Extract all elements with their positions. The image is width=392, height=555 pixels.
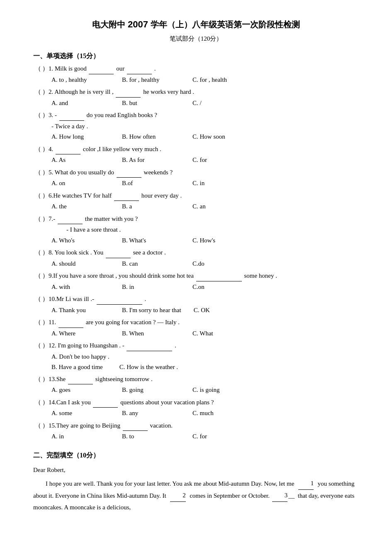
section1-title: 一、单项选择（15分）: [33, 50, 359, 61]
q15-paren: （: [33, 421, 42, 431]
section2-title: 二、完型填空（10分）: [33, 450, 359, 461]
question-13: （ ）13.She sightseeing tomorrow . A. goes…: [33, 374, 359, 396]
q14-options: A. some B. any C. much: [33, 408, 359, 419]
q10-optA: A. Thank you: [51, 305, 110, 316]
q6-optC: C. an: [192, 201, 251, 212]
cloze-blank1: 1: [298, 478, 314, 490]
question-6: （ ）6.He watches TV for half hour every d…: [33, 190, 359, 212]
q12-optBC: B. Have a good time C. How is the weathe…: [33, 362, 359, 373]
question-11: （ ）11. are you going for vacation ? — It…: [33, 317, 359, 339]
q2-options: A. and B. but C. /: [33, 98, 359, 109]
q5-blank1: [117, 167, 141, 178]
q10-line: （ ）10.Mr Li was ill .- .: [33, 293, 359, 305]
q7-optB: B. What's: [122, 235, 180, 246]
q3-optB: B. How often: [122, 132, 180, 142]
q11-blank1: [58, 317, 83, 328]
q13-optC: C. is going: [192, 385, 251, 396]
q6-blank1: [114, 190, 139, 201]
q9-optC: C.on: [192, 282, 251, 293]
question-2: （ ）2. Although he is very ill , he works…: [33, 86, 359, 108]
q15-optB: B. to: [122, 431, 180, 442]
q8-line: （ ）8. You look sick . You see a doctor .: [33, 247, 359, 258]
q7-options: A. Who's B. What's C. How's: [33, 235, 359, 246]
cloze-para1: I hope you are well. Thank you for your …: [33, 478, 359, 513]
q10-text: ）10.Mr Li was ill .- .: [42, 293, 359, 305]
q7-paren: （: [33, 214, 42, 225]
q5-line: （ ）5. What do you usually do weekends ?: [33, 167, 359, 178]
q3-sub: - Twice a day .: [33, 121, 359, 132]
question-1: （ ）1. Milk is good our . A. to , healthy…: [33, 63, 359, 85]
q9-paren: （: [33, 271, 42, 281]
q14-optB: B. any: [122, 408, 180, 419]
title-year: 2007: [128, 19, 148, 29]
q15-optC: C. for: [192, 431, 251, 442]
q12-text: ）12. I'm going to Huangshan . - .: [42, 340, 359, 351]
q8-blank1: [106, 247, 131, 258]
q14-blank1: [93, 397, 118, 408]
q2-optC: C. /: [192, 98, 251, 109]
q5-paren: （: [33, 167, 42, 178]
cloze-section: Dear Robert, I hope you are well. Thank …: [33, 465, 359, 513]
page-title: 电大附中 2007 学年（上）八年级英语第一次阶段性检测: [33, 17, 359, 32]
q4-line: （ ）4. color ,I like yellow very much .: [33, 144, 359, 155]
cloze-greeting: Dear Robert,: [33, 465, 359, 476]
q4-optA: A. As: [51, 155, 110, 166]
cloze-blank3: 3: [272, 490, 288, 502]
q3-line: （ ）3. - do you read English books ?: [33, 110, 359, 121]
q3-optA: A. How long: [51, 132, 110, 142]
q9-blank1: [196, 270, 242, 281]
q2-optB: B. but: [122, 98, 180, 109]
q3-optC: C. How soon: [192, 132, 251, 142]
q2-blank1: [116, 86, 141, 98]
q4-paren: （: [33, 144, 42, 155]
q13-optA: A. goes: [51, 385, 110, 396]
q4-optB: B. As for: [122, 155, 180, 166]
q2-paren: （: [33, 87, 42, 98]
q3-text: ）3. - do you read English books ?: [42, 110, 359, 121]
q1-blank2: [127, 63, 152, 74]
q15-blank1: [123, 420, 148, 431]
q12-optC: C. How is the weather .: [119, 362, 178, 373]
q7-sub: - I have a sore throat .: [33, 225, 359, 235]
question-5: （ ）5. What do you usually do weekends ? …: [33, 167, 359, 189]
q1-options: A. to , healthy B. for , healthy C. for …: [33, 75, 359, 86]
q11-paren: （: [33, 317, 42, 328]
q8-options: A. should B. can C.do: [33, 259, 359, 269]
q13-paren: （: [33, 374, 42, 385]
title-text-post: 学年（上）八年级英语第一次阶段性检测: [151, 20, 300, 29]
q14-text: ）14.Can I ask you questions about your v…: [42, 397, 359, 408]
q11-options: A. Where B. When C. What: [33, 328, 359, 339]
q11-text: ）11. are you going for vacation ? — Ital…: [42, 317, 359, 328]
q6-line: （ ）6.He watches TV for half hour every d…: [33, 190, 359, 201]
q9-optA: A. with: [51, 282, 110, 293]
q9-text: ）9.If you have a sore throat , you shoul…: [42, 270, 359, 281]
q9-optB: B. in: [122, 282, 180, 293]
q13-line: （ ）13.She sightseeing tomorrow .: [33, 374, 359, 385]
q13-options: A. goes B. going C. is going: [33, 385, 359, 396]
q13-blank1: [68, 374, 93, 385]
q14-line: （ ）14.Can I ask you questions about your…: [33, 397, 359, 408]
q1-optC: C. for , health: [192, 75, 251, 86]
q6-text: ）6.He watches TV for half hour every day…: [42, 190, 359, 201]
cloze-blank2: 2: [170, 490, 186, 502]
q1-line: （ ）1. Milk is good our .: [33, 63, 359, 74]
question-14: （ ）14.Can I ask you questions about your…: [33, 397, 359, 419]
q6-options: A. the B. a C. an: [33, 201, 359, 212]
q11-line: （ ）11. are you going for vacation ? — It…: [33, 317, 359, 328]
q11-optB: B. When: [122, 328, 180, 339]
q10-options: A. Thank you B. I'm sorry to hear that C…: [33, 305, 359, 316]
q7-line: （ ）7.- the matter with you ?: [33, 213, 359, 225]
q9-options: A. with B. in C.on: [33, 282, 359, 293]
q12-blank1: [127, 340, 172, 351]
q5-text: ）5. What do you usually do weekends ?: [42, 167, 359, 178]
q10-optC: C. OK: [194, 305, 252, 316]
q8-paren: （: [33, 247, 42, 258]
q6-optA: A. the: [51, 201, 110, 212]
q5-optC: C. in: [192, 178, 251, 189]
q7-blank1: [58, 213, 83, 225]
q9-line: （ ）9.If you have a sore throat , you sho…: [33, 270, 359, 281]
q6-paren: （: [33, 191, 42, 201]
question-7: （ ）7.- the matter with you ? - I have a …: [33, 213, 359, 246]
question-15: （ ）15.They are going to Beijing vacation…: [33, 420, 359, 442]
q8-optB: B. can: [122, 259, 180, 269]
